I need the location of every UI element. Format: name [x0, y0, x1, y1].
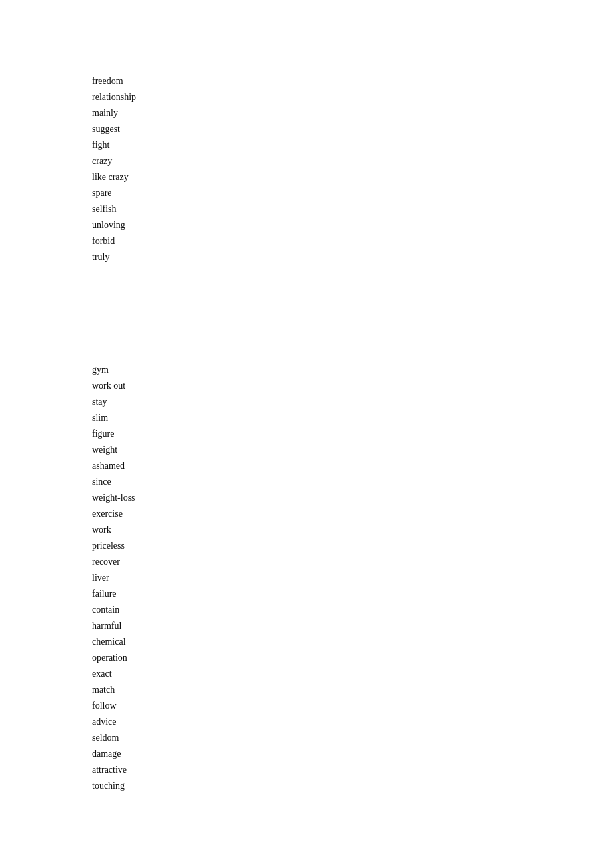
- word-item: ashamed: [92, 458, 613, 474]
- word-item: stay: [92, 394, 613, 410]
- word-item: crazy: [92, 153, 613, 169]
- word-item: priceless: [92, 538, 613, 554]
- word-item: truly: [92, 249, 613, 265]
- word-item: fight: [92, 137, 613, 153]
- word-item: suggest: [92, 121, 613, 137]
- word-item: like crazy: [92, 169, 613, 185]
- word-item: selfish: [92, 201, 613, 217]
- word-item: since: [92, 474, 613, 490]
- word-item: touching: [92, 778, 613, 794]
- word-item: exercise: [92, 506, 613, 522]
- word-item: unloving: [92, 217, 613, 233]
- word-item: freedom: [92, 73, 613, 89]
- word-item: liver: [92, 570, 613, 586]
- word-item: slim: [92, 410, 613, 426]
- word-item: harmful: [92, 618, 613, 634]
- word-item: work: [92, 522, 613, 538]
- word-item: exact: [92, 666, 613, 682]
- word-item: match: [92, 682, 613, 698]
- spacer: [92, 265, 613, 362]
- word-item: spare: [92, 185, 613, 201]
- word-group-2: gymwork outstayslimfigureweightashamedsi…: [92, 362, 613, 794]
- word-item: follow: [92, 698, 613, 714]
- word-item: failure: [92, 586, 613, 602]
- word-item: relationship: [92, 89, 613, 105]
- word-item: figure: [92, 426, 613, 442]
- word-item: attractive: [92, 762, 613, 778]
- word-item: operation: [92, 650, 613, 666]
- word-item: mainly: [92, 105, 613, 121]
- word-item: seldom: [92, 730, 613, 746]
- word-item: work out: [92, 378, 613, 394]
- word-item: chemical: [92, 634, 613, 650]
- word-item: advice: [92, 714, 613, 730]
- word-group-1: freedomrelationshipmainlysuggestfightcra…: [92, 73, 613, 265]
- word-item: gym: [92, 362, 613, 378]
- word-item: forbid: [92, 233, 613, 249]
- word-item: contain: [92, 602, 613, 618]
- word-item: weight: [92, 442, 613, 458]
- word-item: recover: [92, 554, 613, 570]
- word-list-container: freedomrelationshipmainlysuggestfightcra…: [0, 0, 613, 794]
- word-item: damage: [92, 746, 613, 762]
- word-item: weight-loss: [92, 490, 613, 506]
